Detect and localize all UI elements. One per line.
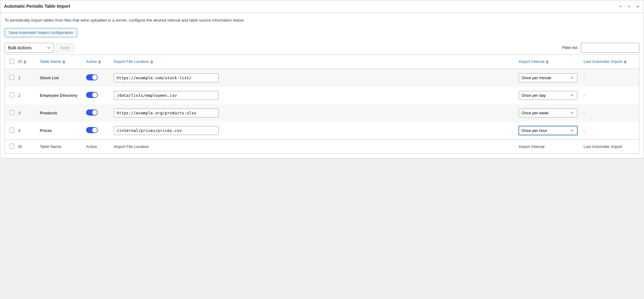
select-all-checkbox[interactable] xyxy=(9,59,14,64)
sort-icon xyxy=(546,60,549,64)
table-row: 3ProductsOnce per minuteOnce per hourOnc… xyxy=(5,104,639,122)
apply-button[interactable]: Apply xyxy=(56,43,74,52)
column-header-last[interactable]: Last Automatic Import xyxy=(580,55,639,69)
row-last-import: - xyxy=(580,87,639,104)
import-location-input[interactable] xyxy=(114,73,219,82)
column-header-interval[interactable]: Import Interval xyxy=(516,55,580,69)
row-name: Prices xyxy=(37,122,83,139)
import-location-input[interactable] xyxy=(114,126,219,135)
row-last-import: - xyxy=(580,122,639,139)
sort-icon xyxy=(150,60,153,64)
svg-marker-10 xyxy=(546,62,549,64)
svg-marker-4 xyxy=(62,62,65,64)
save-configuration-button[interactable]: Save Automatic Import configuration xyxy=(5,28,77,37)
panel-header: Automatic Periodic Table Import xyxy=(0,0,644,13)
sort-icon xyxy=(23,60,27,64)
column-header-name[interactable]: Table Name xyxy=(37,55,83,69)
row-checkbox[interactable] xyxy=(9,128,14,133)
filter-area: Filter list: xyxy=(562,43,639,53)
table-nav: Bulk Actions Apply Filter list: xyxy=(5,43,639,53)
filter-input[interactable] xyxy=(581,43,639,53)
bulk-actions: Bulk Actions Apply xyxy=(5,43,74,53)
column-footer-id: ID xyxy=(15,139,37,154)
row-name: Stock List xyxy=(37,69,83,87)
row-last-import: - xyxy=(580,104,639,122)
column-footer-last: Last Automatic Import xyxy=(580,139,639,154)
import-interval-select[interactable]: Once per minuteOnce per hourOnce per day… xyxy=(519,109,577,117)
filter-label: Filter list: xyxy=(562,45,578,50)
column-header-id[interactable]: ID xyxy=(15,55,37,69)
row-id: 1 xyxy=(15,69,37,87)
bulk-actions-select[interactable]: Bulk Actions xyxy=(5,43,54,53)
row-checkbox[interactable] xyxy=(9,92,14,97)
row-name: Employee Directory xyxy=(37,87,83,104)
svg-marker-3 xyxy=(62,60,65,62)
panel-description: To periodically import tables from files… xyxy=(5,18,639,23)
row-id: 3 xyxy=(15,104,37,122)
row-id: 4 xyxy=(15,122,37,139)
column-footer-interval: Import Interval xyxy=(516,139,580,154)
row-checkbox[interactable] xyxy=(9,75,14,80)
import-panel: Automatic Periodic Table Import To perio… xyxy=(0,0,644,158)
table-row: 1Stock ListOnce per minuteOnce per hourO… xyxy=(5,69,639,87)
select-all-checkbox-footer[interactable] xyxy=(9,144,14,149)
table-row: 2Employee DirectoryOnce per minuteOnce p… xyxy=(5,87,639,104)
svg-marker-2 xyxy=(23,62,27,64)
active-toggle[interactable] xyxy=(86,127,98,133)
panel-body: To periodically import tables from files… xyxy=(0,13,644,158)
column-header-active[interactable]: Active xyxy=(83,55,111,69)
row-last-import: - xyxy=(580,69,639,87)
svg-marker-8 xyxy=(150,62,153,64)
import-table: ID Table Name Active Import File Locatio… xyxy=(5,55,639,154)
active-toggle[interactable] xyxy=(86,74,98,80)
svg-marker-1 xyxy=(23,60,27,62)
column-footer-active: Active xyxy=(83,139,111,154)
svg-marker-11 xyxy=(624,60,627,62)
import-interval-select[interactable]: Once per minuteOnce per hourOnce per day… xyxy=(519,126,577,135)
chevron-up-icon[interactable] xyxy=(617,3,625,10)
import-location-input[interactable] xyxy=(114,91,219,100)
active-toggle[interactable] xyxy=(86,92,98,98)
import-interval-select[interactable]: Once per minuteOnce per hourOnce per day… xyxy=(519,91,577,100)
column-footer-location: Import File Location xyxy=(111,139,516,154)
panel-title: Automatic Periodic Table Import xyxy=(0,0,74,13)
row-name: Products xyxy=(37,104,83,122)
svg-marker-9 xyxy=(546,60,549,62)
panel-handle-actions xyxy=(617,3,644,10)
svg-marker-7 xyxy=(150,60,153,62)
chevron-down-icon[interactable] xyxy=(625,3,633,10)
column-footer-name: Table Name xyxy=(37,139,83,154)
collapse-up-icon[interactable] xyxy=(634,3,642,10)
table-row: 4PricesOnce per minuteOnce per hourOnce … xyxy=(5,122,639,139)
svg-marker-6 xyxy=(98,62,101,64)
sort-icon xyxy=(98,60,101,64)
active-toggle[interactable] xyxy=(86,109,98,116)
svg-marker-12 xyxy=(624,62,627,64)
svg-marker-5 xyxy=(98,60,101,62)
column-header-location[interactable]: Import File Location xyxy=(111,55,516,69)
svg-marker-0 xyxy=(637,6,639,7)
sort-icon xyxy=(62,60,65,64)
import-interval-select[interactable]: Once per minuteOnce per hourOnce per day… xyxy=(519,73,577,82)
sort-icon xyxy=(624,60,627,64)
row-id: 2 xyxy=(15,87,37,104)
row-checkbox[interactable] xyxy=(9,110,14,115)
import-location-input[interactable] xyxy=(114,109,219,117)
